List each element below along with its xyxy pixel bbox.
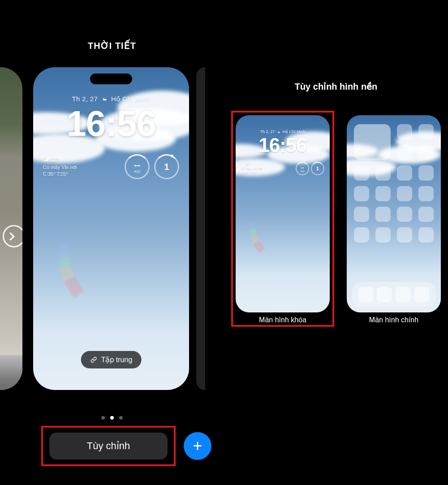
aqi-widget[interactable]: -- AQI [125, 154, 150, 179]
app-icon [397, 145, 412, 160]
app-icon [418, 165, 434, 181]
rainbow-decoration [248, 176, 330, 270]
rainbow-decoration [56, 166, 189, 327]
uv-widget[interactable]: 1 [154, 154, 179, 179]
app-icon [397, 124, 412, 139]
weather-icon [43, 157, 49, 163]
lockscreen-thumb-highlight: Th 2, 27 Hồ Chí Minh 16:56 [231, 111, 334, 327]
uv-value: 1 [316, 166, 319, 171]
dock-app-icon [396, 287, 411, 302]
dock-app-icon [358, 287, 374, 302]
customize-button[interactable]: Tùy chỉnh [49, 433, 168, 459]
dock-app-icon [377, 287, 392, 302]
lockscreen-thumb[interactable]: Th 2, 27 Hồ Chí Minh 16:56 [236, 115, 330, 312]
page-dot-active [110, 416, 114, 420]
page-indicator [0, 416, 224, 420]
focus-button[interactable]: Tập trung [81, 351, 142, 368]
dock-app-icon [414, 287, 429, 302]
aqi-value: -- [134, 160, 140, 169]
customize-highlight: Tùy chỉnh [41, 426, 176, 466]
svg-point-5 [44, 160, 47, 161]
home-dock [352, 282, 435, 307]
wallpaper-title: THỜI TIẾT [0, 40, 224, 51]
weather-summary: Có mây Vài nơi [241, 166, 263, 170]
link-icon [90, 356, 98, 364]
app-icon [418, 145, 434, 160]
weather-hilo: C:35° T:25° [43, 171, 77, 178]
page-dot [101, 416, 105, 420]
weather-temp: 32° [245, 163, 250, 166]
customize-label: Tùy chỉnh [87, 440, 130, 452]
home-icon-grid [354, 124, 434, 242]
app-icon [375, 227, 391, 242]
uv-widget: 1 [311, 162, 324, 175]
weather-icon [102, 96, 108, 102]
dynamic-island [90, 74, 132, 84]
uv-value: 1 [164, 162, 169, 171]
app-icon [418, 186, 434, 201]
weather-widget: 32° Có mây Vài nơi C:35° T:25° [241, 162, 263, 174]
right-pane: Tùy chỉnh hình nền Th 2, 27 [224, 56, 448, 392]
app-icon [397, 207, 412, 222]
lockscreen-widgets-row: 32° Có mây Vài nơi C:35° T:25° -- AQI 1 [43, 152, 179, 181]
lockscreen-date: Th 2, 27 [72, 95, 98, 103]
homescreen-caption: Màn hình chính [347, 316, 441, 324]
lockscreen-location: Hồ Chí Minh [283, 130, 306, 134]
focus-label: Tập trung [101, 355, 133, 364]
home-widget [354, 124, 391, 160]
lockscreen-date-row: Th 2, 27 Hồ Chí Minh [236, 130, 330, 134]
app-icon [397, 227, 412, 242]
app-icon [375, 207, 391, 222]
customize-wallpaper-title: Tùy chỉnh hình nền [224, 81, 448, 92]
lockscreen-date-row: Th 2, 27 Hồ Chí Minh [33, 95, 189, 103]
app-icon [418, 207, 434, 222]
aqi-label: AQI [134, 169, 140, 173]
app-icon [418, 124, 434, 139]
lockscreen-date: Th 2, 27 [260, 130, 275, 134]
svg-point-9 [242, 165, 244, 165]
app-icon [418, 227, 434, 242]
lockscreen-caption: Màn hình khóa [236, 316, 330, 324]
lockscreen-time: 16:56 [33, 103, 189, 144]
weather-temp: 32° [50, 156, 59, 163]
svg-point-2 [103, 99, 105, 100]
next-wallpaper-card[interactable] [196, 67, 205, 390]
aqi-widget: -- AQI [296, 162, 309, 175]
aqi-label: AQI [301, 170, 305, 173]
homescreen-thumb[interactable] [347, 115, 441, 312]
weather-icon [241, 163, 244, 166]
app-icon [397, 165, 412, 181]
app-icon [375, 186, 391, 201]
camera-shortcut-icon [3, 225, 22, 247]
app-icon [354, 227, 369, 242]
page-dot [119, 416, 123, 420]
lockscreen-location: Hồ Chí Minh [111, 95, 150, 103]
app-icon [354, 186, 369, 201]
app-icon [397, 186, 412, 201]
lockscreen-widgets-row: 32° Có mây Vài nơi C:35° T:25° -- AQI 1 [241, 162, 324, 175]
current-wallpaper-card[interactable]: Th 2, 27 Hồ Chí Minh 16:56 [33, 67, 189, 390]
weather-summary: Có mây Vài nơi [43, 164, 77, 171]
aqi-value: -- [301, 165, 304, 170]
left-pane: THỜI TIẾT Th 2, 27 Hồ Chí Minh 16:56 [0, 36, 224, 485]
weather-hilo: C:35° T:25° [241, 171, 263, 175]
plus-icon: + [193, 437, 202, 455]
weather-icon [277, 130, 280, 134]
svg-point-7 [278, 132, 280, 133]
lockscreen-time: 16:56 [236, 134, 330, 156]
weather-widget[interactable]: 32° Có mây Vài nơi C:35° T:25° [43, 156, 77, 177]
app-icon [375, 165, 391, 181]
app-icon [354, 165, 369, 181]
add-wallpaper-button[interactable]: + [184, 432, 211, 460]
app-icon [354, 207, 369, 222]
previous-wallpaper-card[interactable] [0, 67, 22, 390]
